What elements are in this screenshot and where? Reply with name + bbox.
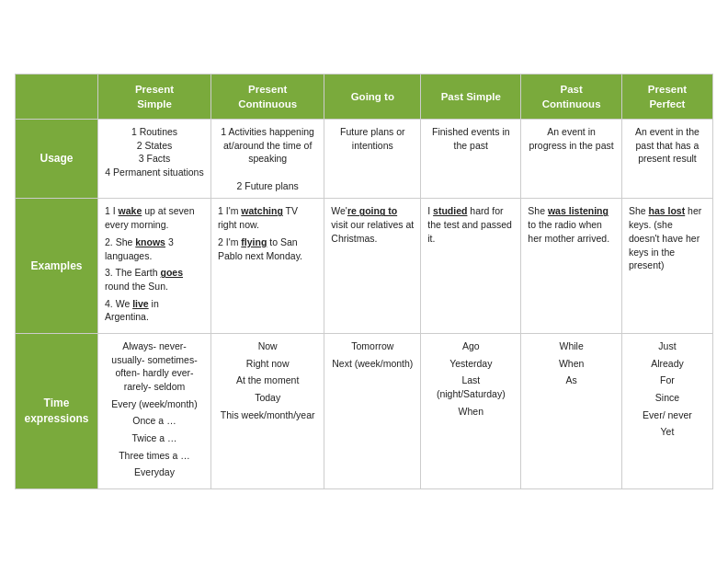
usage-past-continuous: An event in progress in the past — [521, 120, 622, 199]
usage-going-to: Future plans or intentions — [324, 120, 421, 199]
time-present-simple: Always- never- usually- sometimes- often… — [98, 333, 211, 488]
usage-present-perfect: An event in the past that has a present … — [621, 120, 712, 199]
examples-present-continuous: 1 I'm watching TV right now. 2 I'm flyin… — [211, 199, 324, 334]
header-present-continuous: PresentContinuous — [211, 74, 324, 119]
examples-present-perfect: She has lost her keys. (she doesn't have… — [621, 199, 712, 334]
label-usage: Usage — [16, 120, 98, 199]
usage-past-simple: Finished events in the past — [421, 120, 521, 199]
time-going-to: Tomorrow Next (week/month) — [324, 333, 421, 488]
examples-going-to: We're going to visit our relatives at Ch… — [324, 199, 421, 334]
examples-past-simple: I studied hard for the test and passed i… — [421, 199, 521, 334]
grammar-table: PresentSimple PresentContinuous Going to… — [15, 74, 713, 489]
examples-present-simple: 1 I wake up at seven every morning. 2. S… — [98, 199, 211, 334]
examples-past-continuous: She was listening to the radio when her … — [521, 199, 622, 334]
label-examples: Examples — [16, 199, 98, 334]
header-past-simple: Past Simple — [421, 74, 521, 119]
usage-present-continuous: 1 Activities happening at/around the tim… — [211, 120, 324, 199]
time-present-continuous: Now Right now At the moment Today This w… — [211, 333, 324, 488]
time-past-simple: Ago Yesterday Last (night/Saturday) When — [421, 333, 521, 488]
time-present-perfect: Just Already For Since Ever/ never Yet — [621, 333, 712, 488]
header-going-to: Going to — [324, 74, 421, 119]
header-present-perfect: PresentPerfect — [621, 74, 712, 119]
time-past-continuous: While When As — [521, 333, 622, 488]
header-present-simple: PresentSimple — [98, 74, 211, 119]
usage-present-simple: 1 Routines2 States3 Facts4 Permanent sit… — [98, 120, 211, 199]
label-time-expressions: Timeexpressions — [16, 333, 98, 488]
empty-header — [16, 74, 98, 119]
header-past-continuous: PastContinuous — [521, 74, 622, 119]
